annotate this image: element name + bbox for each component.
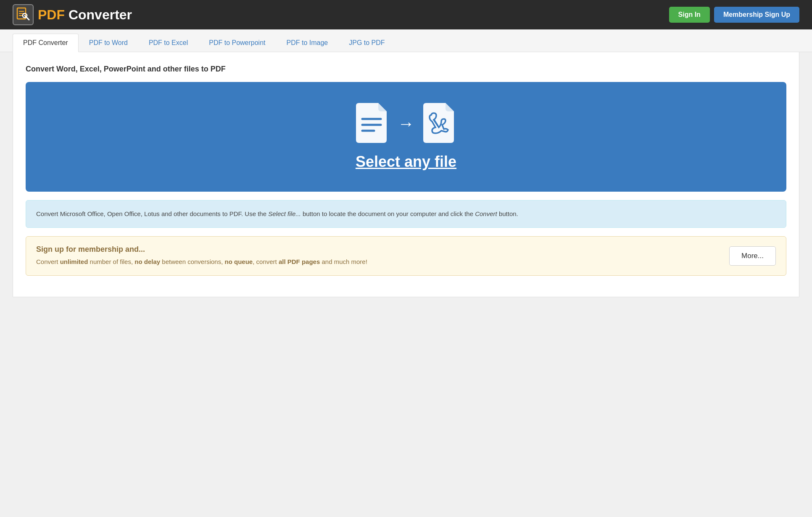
- membership-signup-button[interactable]: Membership Sign Up: [714, 7, 799, 23]
- info-convert-italic: Convert: [475, 210, 497, 217]
- info-select-italic: Select file...: [268, 210, 301, 217]
- more-button[interactable]: More...: [729, 246, 776, 266]
- signin-button[interactable]: Sign In: [669, 7, 710, 23]
- tab-pdf-to-excel[interactable]: PDF to Excel: [138, 34, 198, 52]
- select-file-text[interactable]: Select any file: [356, 153, 456, 171]
- membership-no-delay: no delay: [134, 258, 160, 265]
- tab-pdf-to-word[interactable]: PDF to Word: [79, 34, 138, 52]
- arrow-icon: →: [398, 114, 414, 133]
- logo-text: PDF Converter: [38, 7, 132, 23]
- membership-no-queue: no queue: [225, 258, 253, 265]
- convert-subtitle: Convert Word, Excel, PowerPoint and othe…: [26, 65, 786, 74]
- document-icon: [356, 103, 389, 145]
- membership-desc-2: number of files,: [88, 258, 134, 265]
- header: PDF Converter Sign In Membership Sign Up: [0, 0, 812, 29]
- membership-desc-4: , convert: [253, 258, 279, 265]
- logo-pdf: PDF: [38, 7, 65, 22]
- main-content: Convert Word, Excel, PowerPoint and othe…: [13, 52, 799, 297]
- membership-desc-5: and much more!: [320, 258, 367, 265]
- upload-area[interactable]: → Select any file: [26, 82, 786, 192]
- info-text-2: button to locate the document on your co…: [301, 210, 475, 217]
- info-text-3: button.: [497, 210, 518, 217]
- tab-jpg-to-pdf[interactable]: JPG to PDF: [338, 34, 395, 52]
- membership-unlimited: unlimited: [60, 258, 88, 265]
- header-buttons: Sign In Membership Sign Up: [669, 7, 799, 23]
- tabs-bar: PDF Converter PDF to Word PDF to Excel P…: [0, 29, 812, 52]
- membership-box: Sign up for membership and... Convert un…: [26, 236, 786, 276]
- membership-description: Convert unlimited number of files, no de…: [36, 257, 717, 267]
- pdf-logo-svg: [16, 7, 31, 22]
- logo-converter: Converter: [65, 7, 132, 22]
- tab-pdf-to-image[interactable]: PDF to Image: [276, 34, 339, 52]
- logo-area: PDF Converter: [13, 4, 132, 25]
- tab-pdf-to-powerpoint[interactable]: PDF to Powerpoint: [198, 34, 276, 52]
- membership-desc-3: between conversions,: [160, 258, 224, 265]
- pdf-file-icon: [423, 103, 456, 145]
- membership-all-pages: all PDF pages: [279, 258, 320, 265]
- upload-icons: →: [356, 103, 456, 145]
- tab-pdf-converter[interactable]: PDF Converter: [13, 34, 79, 52]
- membership-title: Sign up for membership and...: [36, 245, 717, 254]
- info-box: Convert Microsoft Office, Open Office, L…: [26, 200, 786, 228]
- info-text-1: Convert Microsoft Office, Open Office, L…: [36, 210, 268, 217]
- membership-desc-1: Convert: [36, 258, 60, 265]
- logo-icon: [13, 4, 34, 25]
- membership-text-area: Sign up for membership and... Convert un…: [36, 245, 717, 267]
